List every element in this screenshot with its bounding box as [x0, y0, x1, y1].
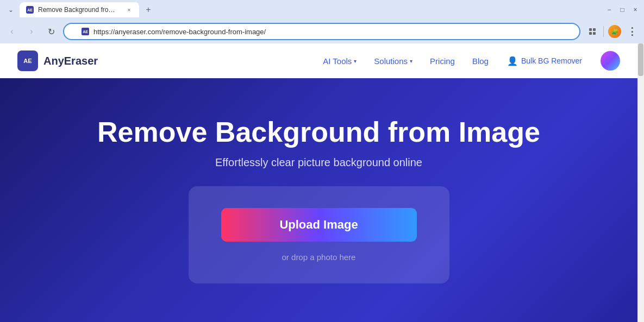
- title-bar: ⌄ AE Remove Background from Imag... × + …: [0, 0, 644, 20]
- bulk-icon: 👤: [507, 56, 518, 66]
- close-window-button[interactable]: ×: [631, 5, 640, 14]
- scrollbar[interactable]: [637, 43, 644, 322]
- navbar: AE AnyEraser AI Tools ▾ Solutions ▾ Pric…: [0, 43, 637, 78]
- hero-section: Remove Background from Image Effortlessl…: [0, 78, 637, 322]
- tab-bar: ⌄ AE Remove Background from Imag... × +: [4, 2, 603, 17]
- extension-icon: 🧩: [608, 25, 621, 38]
- browser-actions: 🧩 ⋮: [585, 24, 640, 39]
- window-controls: − □ ×: [605, 5, 640, 14]
- tab-favicon: AE: [26, 6, 34, 14]
- solutions-chevron: ▾: [410, 58, 412, 64]
- solutions-link[interactable]: Solutions ▾: [367, 52, 419, 70]
- user-extension-button[interactable]: 🧩: [607, 24, 622, 39]
- website: AE AnyEraser AI Tools ▾ Solutions ▾ Pric…: [0, 43, 637, 322]
- drop-text: or drop a photo here: [282, 252, 356, 262]
- ai-tools-link[interactable]: AI Tools ▾: [316, 52, 363, 70]
- tab-title: Remove Background from Imag...: [38, 6, 119, 14]
- browser-menu-button[interactable]: ⋮: [624, 24, 640, 39]
- svg-rect-3: [593, 32, 596, 35]
- upload-card: Upload Image or drop a photo here: [189, 186, 449, 283]
- content-area: AE AnyEraser AI Tools ▾ Solutions ▾ Pric…: [0, 43, 644, 322]
- svg-rect-2: [589, 32, 592, 35]
- address-favicon: AE: [82, 28, 89, 35]
- scrollbar-track: [637, 43, 644, 322]
- new-tab-button[interactable]: +: [141, 3, 155, 17]
- bulk-bg-button[interactable]: 👤 Bulk BG Remover: [499, 52, 590, 71]
- svg-rect-1: [593, 28, 596, 31]
- recent-tabs-button[interactable]: ⌄: [4, 3, 17, 16]
- minimize-button[interactable]: −: [605, 5, 614, 14]
- brand-name: AnyEraser: [43, 55, 98, 67]
- profile-avatar[interactable]: [601, 51, 620, 71]
- svg-rect-0: [589, 28, 592, 31]
- blog-link[interactable]: Blog: [466, 52, 495, 70]
- address-input[interactable]: AE https://anyeraser.com/remove-backgrou…: [63, 23, 580, 40]
- divider: [603, 26, 604, 37]
- nav-links: AI Tools ▾ Solutions ▾ Pricing Blog 👤 Bu…: [316, 51, 620, 71]
- active-tab[interactable]: AE Remove Background from Imag... ×: [20, 2, 139, 17]
- address-text: https://anyeraser.com/remove-background-…: [93, 28, 266, 36]
- hero-title: Remove Background from Image: [97, 117, 540, 148]
- extensions-button[interactable]: [585, 24, 600, 39]
- back-button[interactable]: ‹: [4, 24, 20, 39]
- logo-icon: AE: [17, 50, 38, 71]
- ai-tools-chevron: ▾: [354, 58, 357, 64]
- tab-close-button[interactable]: ×: [126, 5, 133, 14]
- logo-area: AE AnyEraser: [17, 50, 98, 71]
- maximize-button[interactable]: □: [618, 5, 627, 14]
- forward-button[interactable]: ›: [24, 24, 39, 39]
- hero-subtitle: Effortlessly clear picture background on…: [215, 156, 422, 169]
- upload-image-button[interactable]: Upload Image: [221, 208, 417, 242]
- browser-frame: ⌄ AE Remove Background from Imag... × + …: [0, 0, 644, 322]
- address-bar-row: ‹ › ↻ AE https://anyeraser.com/remove-ba…: [0, 20, 644, 43]
- reload-button[interactable]: ↻: [43, 24, 59, 39]
- scrollbar-thumb[interactable]: [638, 43, 643, 76]
- pricing-link[interactable]: Pricing: [423, 52, 461, 70]
